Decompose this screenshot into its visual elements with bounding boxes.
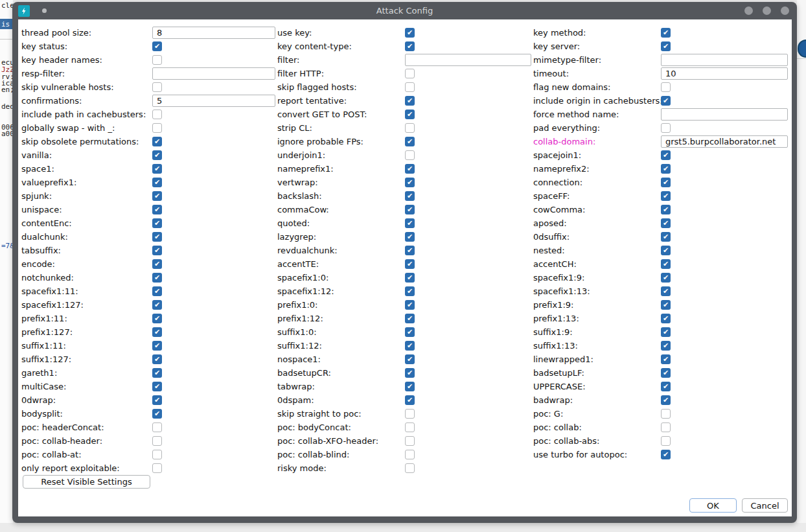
0dsuffix-checkbox[interactable]: ✔ [661, 232, 671, 242]
accentte-checkbox[interactable]: ✔ [405, 259, 415, 269]
nospace1-checkbox[interactable]: ✔ [405, 354, 415, 364]
suffix1-9-checkbox[interactable]: ✔ [661, 327, 671, 337]
quoted-checkbox[interactable]: ✔ [405, 218, 415, 228]
confirmations-input[interactable] [152, 95, 275, 107]
badwrap-checkbox[interactable]: ✔ [661, 395, 671, 405]
collab-domain-input[interactable] [661, 135, 788, 148]
valueprefix1-checkbox[interactable]: ✔ [152, 178, 162, 187]
thread-pool-size-input[interactable] [152, 27, 275, 39]
pad-everything-checkbox[interactable] [661, 123, 671, 133]
suffix1-13-checkbox[interactable]: ✔ [661, 341, 671, 351]
contentenc-checkbox[interactable]: ✔ [152, 218, 162, 228]
poc-collab-header-checkbox[interactable] [152, 436, 162, 446]
commacow-checkbox[interactable]: ✔ [405, 205, 415, 214]
spacefix1-13-checkbox[interactable]: ✔ [661, 286, 671, 296]
filter-input[interactable] [405, 54, 531, 66]
force-method-name-input[interactable] [661, 108, 788, 121]
close-button[interactable] [781, 6, 789, 15]
dualchunk-checkbox[interactable]: ✔ [152, 232, 162, 242]
spjunk-checkbox[interactable]: ✔ [152, 191, 162, 201]
poc-collab-xfo-header-checkbox[interactable] [405, 436, 415, 446]
spacefix1-9-checkbox[interactable]: ✔ [661, 273, 671, 283]
timeout-input[interactable] [661, 67, 788, 80]
spacefix1-0-checkbox[interactable]: ✔ [405, 273, 415, 283]
key-content-type-checkbox[interactable]: ✔ [405, 41, 415, 51]
key-server-checkbox[interactable]: ✔ [661, 41, 671, 51]
poc-headerconcat-checkbox[interactable] [152, 422, 162, 432]
underjoin1-checkbox[interactable] [405, 150, 415, 160]
poc-collab-at-checkbox[interactable] [152, 450, 162, 459]
reset-visible-settings-button[interactable]: Reset Visible Settings [23, 475, 150, 489]
0dwrap-checkbox[interactable]: ✔ [152, 395, 162, 405]
suffix1-12-checkbox[interactable]: ✔ [405, 341, 415, 351]
vanilla-checkbox[interactable]: ✔ [152, 150, 162, 160]
badsetupcr-checkbox[interactable]: ✔ [405, 368, 415, 378]
only-report-exploitable-checkbox[interactable] [152, 463, 162, 473]
key-method-checkbox[interactable]: ✔ [661, 28, 671, 38]
globally-swap-with-checkbox[interactable] [152, 123, 162, 133]
poc-collab-abs-checkbox[interactable] [661, 436, 671, 446]
spaceff-checkbox[interactable]: ✔ [661, 191, 671, 201]
gareth1-checkbox[interactable]: ✔ [152, 368, 162, 378]
include-path-in-cachebusters-checkbox[interactable] [152, 110, 162, 119]
revdualchunk-checkbox[interactable]: ✔ [405, 246, 415, 255]
ok-button[interactable]: OK [689, 498, 737, 513]
risky-mode-checkbox[interactable] [405, 463, 415, 473]
skip-vulnerable-hosts-checkbox[interactable] [152, 82, 162, 92]
0dspam-checkbox[interactable]: ✔ [405, 395, 415, 405]
report-tentative-checkbox[interactable]: ✔ [405, 96, 415, 106]
nested-checkbox[interactable]: ✔ [661, 246, 671, 255]
prefix1-11-checkbox[interactable]: ✔ [152, 314, 162, 323]
filter-http-checkbox[interactable] [405, 69, 415, 78]
key-status-checkbox[interactable]: ✔ [152, 41, 162, 51]
unispace-checkbox[interactable]: ✔ [152, 205, 162, 214]
tabwrap-checkbox[interactable]: ✔ [405, 382, 415, 391]
accentch-checkbox[interactable]: ✔ [661, 259, 671, 269]
skip-flagged-hosts-checkbox[interactable] [405, 82, 415, 92]
vertwrap-checkbox[interactable]: ✔ [405, 178, 415, 187]
suffix1-0-checkbox[interactable]: ✔ [405, 327, 415, 337]
multicase-checkbox[interactable]: ✔ [152, 382, 162, 391]
prefix1-9-checkbox[interactable]: ✔ [661, 300, 671, 310]
ignore-probable-fps-checkbox[interactable]: ✔ [405, 137, 415, 146]
include-origin-in-cachebusters-checkbox[interactable]: ✔ [661, 96, 671, 106]
maximize-button[interactable] [763, 6, 771, 15]
strip-cl-checkbox[interactable] [405, 123, 415, 133]
prefix1-13-checkbox[interactable]: ✔ [661, 314, 671, 323]
skip-obsolete-permutations-checkbox[interactable]: ✔ [152, 137, 162, 146]
tabsuffix-checkbox[interactable]: ✔ [152, 246, 162, 255]
prefix1-12-checkbox[interactable]: ✔ [405, 314, 415, 323]
badsetuplf-checkbox[interactable]: ✔ [661, 368, 671, 378]
spacefix1-11-checkbox[interactable]: ✔ [152, 286, 162, 296]
uppercase-checkbox[interactable]: ✔ [661, 382, 671, 391]
suffix1-11-checkbox[interactable]: ✔ [152, 341, 162, 351]
minimize-button[interactable] [744, 6, 753, 15]
nameprefix2-checkbox[interactable]: ✔ [661, 164, 671, 174]
backslash-checkbox[interactable]: ✔ [405, 191, 415, 201]
bodysplit-checkbox[interactable]: ✔ [152, 409, 162, 419]
mimetype-filter-input[interactable] [661, 54, 788, 66]
cowcomma-checkbox[interactable]: ✔ [661, 205, 671, 214]
encode-checkbox[interactable]: ✔ [152, 259, 162, 269]
use-turbo-for-autopoc-checkbox[interactable]: ✔ [661, 450, 671, 459]
connection-checkbox[interactable]: ✔ [661, 178, 671, 187]
dialog-titlebar[interactable]: Attack Config [12, 2, 797, 19]
linewrapped1-checkbox[interactable]: ✔ [661, 354, 671, 364]
use-key-checkbox[interactable]: ✔ [405, 28, 415, 38]
nameprefix1-checkbox[interactable]: ✔ [405, 164, 415, 174]
key-header-names-checkbox[interactable] [152, 55, 162, 65]
suffix1-127-checkbox[interactable]: ✔ [152, 354, 162, 364]
lazygrep-checkbox[interactable]: ✔ [405, 232, 415, 242]
spacefix1-12-checkbox[interactable]: ✔ [405, 286, 415, 296]
poc-collab-blind-checkbox[interactable] [405, 450, 415, 459]
prefix1-127-checkbox[interactable]: ✔ [152, 327, 162, 337]
flag-new-domains-checkbox[interactable] [661, 82, 671, 92]
aposed-checkbox[interactable]: ✔ [661, 218, 671, 228]
prefix1-0-checkbox[interactable]: ✔ [405, 300, 415, 310]
resp-filter-input[interactable] [152, 67, 275, 80]
skip-straight-to-poc-checkbox[interactable] [405, 409, 415, 419]
cancel-button[interactable]: Cancel [742, 498, 788, 513]
notchunked-checkbox[interactable]: ✔ [152, 273, 162, 283]
poc-bodyconcat-checkbox[interactable] [405, 422, 415, 432]
spacefix1-127-checkbox[interactable]: ✔ [152, 300, 162, 310]
